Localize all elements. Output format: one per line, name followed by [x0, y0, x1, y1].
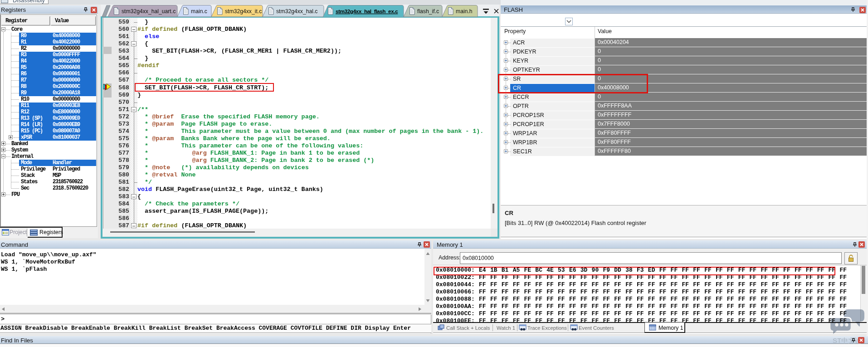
svg-text:stm32g4xx_hal.c: stm32g4xx_hal.c: [276, 8, 317, 15]
svg-text:stm32g4xx_hal_flash_ex.c: stm32g4xx_hal_flash_ex.c: [336, 8, 398, 14]
svg-text:main.c: main.c: [191, 8, 207, 15]
svg-text:flash_if.c: flash_if.c: [417, 8, 439, 15]
svg-text:stm32g4xx_hal_uart.c: stm32g4xx_hal_uart.c: [122, 8, 176, 15]
svg-text:stm32g4xx_it.c: stm32g4xx_it.c: [225, 8, 262, 15]
svg-text:main.h: main.h: [456, 8, 473, 15]
